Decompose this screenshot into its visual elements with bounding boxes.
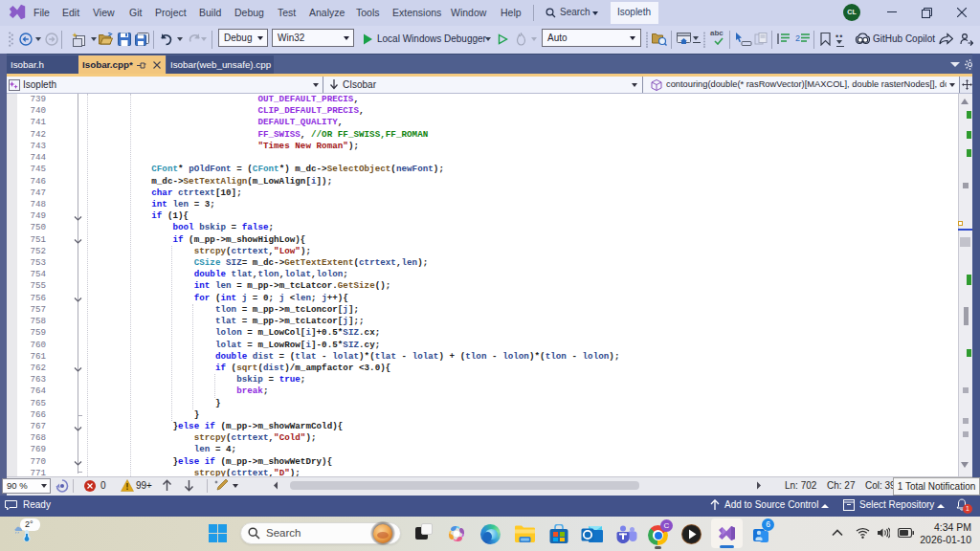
svg-text:2: 2 bbox=[795, 33, 800, 43]
